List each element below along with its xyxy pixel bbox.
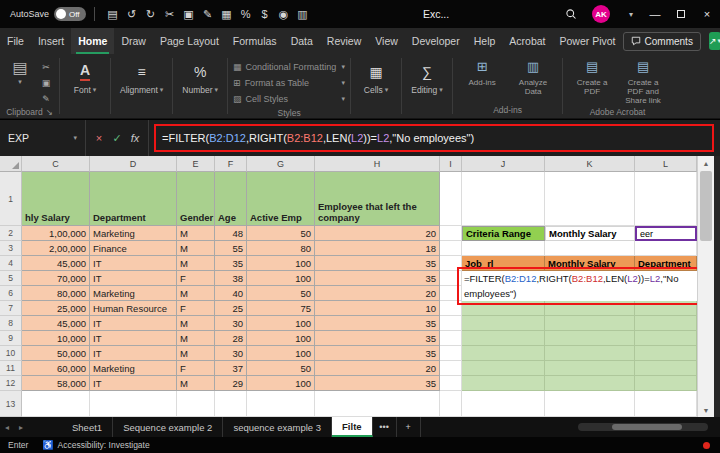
cell-age[interactable]: 29 bbox=[215, 376, 247, 391]
cell-gender[interactable]: M bbox=[177, 241, 215, 256]
ribbon-tab-draw[interactable]: Draw bbox=[114, 28, 153, 54]
cell-empty[interactable] bbox=[440, 226, 462, 241]
sheet-tab-sequence-example-2[interactable]: Sequence example 2 bbox=[113, 417, 223, 437]
new-sheet-button[interactable]: + bbox=[397, 417, 421, 437]
undo-icon[interactable]: ↺ bbox=[122, 8, 141, 21]
ribbon-tab-review[interactable]: Review bbox=[320, 28, 368, 54]
analyze-data-button[interactable]: ▥ Analyze Data bbox=[509, 57, 557, 96]
cell-age[interactable]: 30 bbox=[215, 346, 247, 361]
cell-empty[interactable] bbox=[545, 241, 635, 256]
chart-icon[interactable]: ▥ bbox=[293, 8, 312, 21]
cell-active-employees[interactable]: 100 bbox=[247, 346, 315, 361]
column-header-g[interactable]: G bbox=[247, 156, 315, 172]
ribbon-tab-home[interactable]: Home bbox=[71, 28, 114, 54]
cell-empty[interactable] bbox=[462, 391, 545, 417]
cell-empty[interactable] bbox=[635, 391, 697, 417]
avatar[interactable]: AK bbox=[592, 5, 610, 23]
cell-age[interactable]: 35 bbox=[215, 256, 247, 271]
cell-active-employees[interactable]: 50 bbox=[247, 361, 315, 376]
cell-monthly-salary[interactable]: 1,00,000 bbox=[22, 226, 90, 241]
redo-icon[interactable]: ↻ bbox=[141, 8, 160, 21]
scrollbar-thumb[interactable] bbox=[612, 424, 682, 430]
cell-k1[interactable] bbox=[545, 172, 635, 226]
cell-empty[interactable] bbox=[247, 391, 315, 417]
cell-monthly-salary[interactable]: 10,000 bbox=[22, 331, 90, 346]
cell-age[interactable]: 38 bbox=[215, 271, 247, 286]
cell-monthly-salary[interactable]: 25,000 bbox=[22, 301, 90, 316]
cell-empty[interactable] bbox=[635, 241, 697, 256]
cell-employees-left[interactable]: 18 bbox=[315, 241, 440, 256]
cell-age[interactable]: 40 bbox=[215, 286, 247, 301]
cell-empty[interactable] bbox=[22, 391, 90, 417]
ribbon-tab-insert[interactable]: Insert bbox=[31, 28, 71, 54]
cell-empty[interactable] bbox=[462, 241, 545, 256]
format-as-table-button[interactable]: ⊞ Format as Table ▾ bbox=[233, 75, 345, 91]
cell-department[interactable]: Human Resource bbox=[90, 301, 177, 316]
cell-empty[interactable] bbox=[90, 391, 177, 417]
cell-empty[interactable] bbox=[440, 391, 462, 417]
cell-age[interactable]: 28 bbox=[215, 331, 247, 346]
ribbon-tab-power-pivot[interactable]: Power Pivot bbox=[553, 28, 623, 54]
cell-monthly-salary[interactable]: 70,000 bbox=[22, 271, 90, 286]
row-header[interactable]: 4 bbox=[0, 256, 22, 271]
cell-empty[interactable] bbox=[440, 331, 462, 346]
currency-style-icon[interactable]: $ bbox=[255, 8, 274, 20]
cell-employees-left[interactable]: 35 bbox=[315, 271, 440, 286]
ribbon-tab-file[interactable]: File bbox=[0, 28, 31, 54]
row-header[interactable]: 5 bbox=[0, 271, 22, 286]
cell-empty[interactable] bbox=[440, 346, 462, 361]
cell-employees-left[interactable]: 35 bbox=[315, 316, 440, 331]
cell-department[interactable]: IT bbox=[90, 316, 177, 331]
number-button[interactable]: % Number▾ bbox=[178, 57, 222, 95]
cell-active-employees[interactable]: 100 bbox=[247, 271, 315, 286]
sheet-tab-sheet1[interactable]: Sheet1 bbox=[62, 417, 113, 437]
cell-employees-left[interactable]: 35 bbox=[315, 346, 440, 361]
cell-styles-button[interactable]: ▨ Cell Styles ▾ bbox=[233, 91, 345, 107]
cell-criteria-value[interactable]: eer bbox=[635, 226, 697, 241]
cell-age[interactable]: 30 bbox=[215, 316, 247, 331]
cell-d1[interactable]: Department bbox=[90, 172, 177, 226]
dialog-launcher-icon[interactable]: ↘ bbox=[46, 107, 53, 117]
cell-empty[interactable] bbox=[440, 316, 462, 331]
restore-button[interactable] bbox=[668, 0, 694, 28]
ribbon-tab-formulas[interactable]: Formulas bbox=[226, 28, 284, 54]
column-header-j[interactable]: J bbox=[462, 156, 545, 172]
cell-employees-left[interactable]: 20 bbox=[315, 226, 440, 241]
select-all-corner[interactable] bbox=[0, 156, 22, 172]
cell-gender[interactable]: M bbox=[177, 346, 215, 361]
cell-monthly-salary[interactable]: 2,00,000 bbox=[22, 241, 90, 256]
comments-button[interactable]: Comments bbox=[623, 32, 701, 51]
cell-l1[interactable] bbox=[635, 172, 697, 226]
cell-department[interactable]: Marketing bbox=[90, 361, 177, 376]
sheet-tab-sequence-example-3[interactable]: sequence example 3 bbox=[223, 417, 332, 437]
row-header[interactable]: 7 bbox=[0, 301, 22, 316]
ribbon-tab-data[interactable]: Data bbox=[284, 28, 320, 54]
addins-button[interactable]: ⊞ Add-ins bbox=[458, 57, 506, 87]
chevron-down-icon[interactable]: ▾ bbox=[620, 10, 642, 19]
cell-monthly-salary[interactable]: 58,000 bbox=[22, 376, 90, 391]
column-header-f[interactable]: F bbox=[215, 156, 247, 172]
cell-employees-left[interactable]: 35 bbox=[315, 376, 440, 391]
cell-empty[interactable] bbox=[440, 361, 462, 376]
cell-empty[interactable] bbox=[315, 391, 440, 417]
cell-i1[interactable] bbox=[440, 172, 462, 226]
scroll-up-icon[interactable]: ▲ bbox=[698, 156, 714, 170]
document-title[interactable]: Exc... bbox=[423, 8, 449, 20]
cell-department[interactable]: IT bbox=[90, 331, 177, 346]
cell-age[interactable]: 25 bbox=[215, 301, 247, 316]
column-header-h[interactable]: H bbox=[315, 156, 440, 172]
row-header[interactable]: 6 bbox=[0, 286, 22, 301]
cell-gender[interactable]: F bbox=[177, 301, 215, 316]
vertical-scrollbar[interactable]: ▲ ▼ bbox=[697, 156, 714, 417]
table-icon[interactable]: ▦ bbox=[217, 8, 236, 21]
enter-icon[interactable]: ✓ bbox=[109, 132, 125, 145]
row-header[interactable]: 11 bbox=[0, 361, 22, 376]
cell-criteria-salary-label[interactable]: Monthly Salary bbox=[545, 226, 635, 241]
accessibility-button[interactable]: ♿ Accessibility: Investigate bbox=[42, 440, 149, 450]
cell-monthly-salary[interactable]: 45,000 bbox=[22, 256, 90, 271]
cell-employees-left[interactable]: 35 bbox=[315, 331, 440, 346]
save-icon[interactable]: ▤ bbox=[103, 8, 122, 21]
cell-empty[interactable] bbox=[177, 391, 215, 417]
cell-employees-left[interactable]: 35 bbox=[315, 256, 440, 271]
column-header-l[interactable]: L bbox=[635, 156, 697, 172]
